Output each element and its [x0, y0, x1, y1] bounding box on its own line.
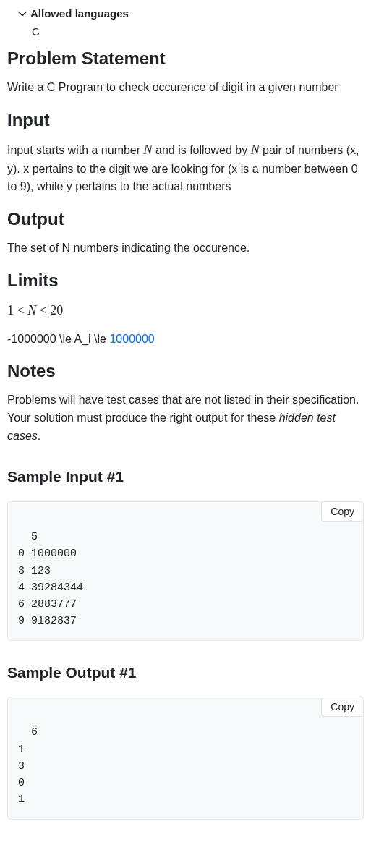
allowed-languages-toggle[interactable]: Allowed languages — [17, 6, 364, 22]
copy-button[interactable]: Copy — [321, 501, 364, 522]
problem-statement-heading: Problem Statement — [7, 46, 364, 72]
chevron-down-icon — [17, 9, 27, 19]
limits-heading: Limits — [7, 268, 364, 294]
output-text: The set of N numbers indicating the occu… — [7, 239, 364, 258]
sample-input-heading: Sample Input #1 — [7, 465, 364, 488]
limits-expression-1: 1 < N < 20 — [7, 301, 364, 320]
limits-expression-2: -1000000 \le A_i \le 1000000 — [7, 331, 364, 348]
allowed-language-value: C — [32, 24, 364, 41]
sample-output-heading: Sample Output #1 — [7, 661, 364, 684]
allowed-languages-label: Allowed languages — [30, 6, 129, 22]
output-heading: Output — [7, 206, 364, 232]
notes-text: Problems will have test cases that are n… — [7, 391, 364, 445]
notes-heading: Notes — [7, 358, 364, 384]
problem-statement-text: Write a C Program to check occurence of … — [7, 79, 364, 97]
sample-input-content: 5 0 1000000 3 123 4 39284344 6 2883777 9… — [18, 531, 83, 627]
sample-output-block: Copy6 1 3 0 1 — [7, 697, 364, 820]
math-variable-n: N — [251, 142, 260, 157]
sample-output-content: 6 1 3 0 1 — [18, 726, 38, 806]
math-variable-n: N — [144, 142, 153, 157]
sample-input-block: Copy5 0 1000000 3 123 4 39284344 6 28837… — [7, 501, 364, 641]
input-heading: Input — [7, 107, 364, 133]
copy-button[interactable]: Copy — [321, 697, 364, 717]
input-text: Input starts with a number N and is foll… — [7, 140, 364, 196]
